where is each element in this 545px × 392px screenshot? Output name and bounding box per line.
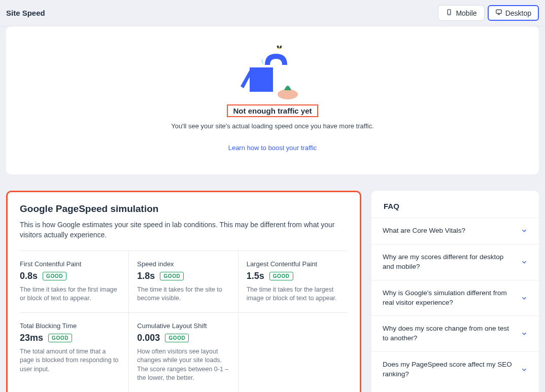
- metric-cls: Cumulative Layout Shift 0.003 GOOD How o…: [129, 313, 238, 392]
- metrics-grid: First Contentful Paint 0.8s GOOD The tim…: [20, 251, 348, 392]
- empty-subtext: You'll see your site's actual loading sp…: [16, 122, 529, 130]
- metric-empty: [239, 313, 348, 392]
- metric-label: Speed index: [137, 260, 229, 268]
- desktop-toggle-label: Desktop: [505, 9, 531, 17]
- status-badge: GOOD: [43, 272, 66, 280]
- desktop-icon: [495, 9, 502, 17]
- empty-heading: Not enough traffic yet: [233, 106, 312, 115]
- faq-question: Why does my score change from one test t…: [383, 324, 516, 343]
- faq-item[interactable]: Why is Google's simulation different fro…: [371, 280, 539, 316]
- metric-label: Total Blocking Time: [20, 322, 120, 330]
- metric-speed-index: Speed index 1.8s GOOD The time it takes …: [129, 251, 238, 313]
- faq-item[interactable]: Does my PageSpeed score affect my SEO ra…: [371, 351, 539, 387]
- svg-point-5: [278, 89, 298, 99]
- metric-value: 23ms: [20, 333, 43, 343]
- status-badge: GOOD: [160, 272, 184, 280]
- metric-value: 1.8s: [137, 271, 155, 281]
- desktop-toggle-button[interactable]: Desktop: [488, 5, 539, 21]
- faq-question: Why is Google's simulation different fro…: [383, 289, 516, 308]
- pagespeed-simulation-card: Google PageSpeed simulation This is how …: [6, 191, 361, 392]
- metric-description: The time it takes for the first image or…: [20, 286, 120, 303]
- faq-question: Does my PageSpeed score affect my SEO ra…: [383, 360, 516, 379]
- status-badge: GOOD: [165, 334, 189, 342]
- empty-heading-highlight: Not enough traffic yet: [227, 104, 318, 117]
- metric-label: Cumulative Layout Shift: [137, 322, 229, 330]
- metric-tbt: Total Blocking Time 23ms GOOD The total …: [20, 313, 129, 392]
- chevron-down-icon: [521, 259, 528, 266]
- faq-item[interactable]: Why are my scores different for desktop …: [371, 244, 539, 280]
- status-badge: GOOD: [48, 334, 72, 342]
- page-header: Site Speed Mobile Desktop: [0, 0, 545, 26]
- metric-lcp: Largest Contentful Paint 1.5s GOOD The t…: [239, 251, 348, 313]
- boost-traffic-link[interactable]: Learn how to boost your traffic: [228, 144, 317, 152]
- faq-item[interactable]: Why does my score change from one test t…: [371, 315, 539, 351]
- faq-question: Why are my scores different for desktop …: [383, 253, 516, 272]
- svg-rect-2: [496, 10, 501, 13]
- metric-value: 0.8s: [20, 271, 38, 281]
- mobile-toggle-button[interactable]: Mobile: [438, 5, 484, 21]
- chevron-down-icon: [521, 295, 528, 302]
- chevron-down-icon: [521, 330, 528, 337]
- faq-card: FAQ What are Core Web Vitals? Why are my…: [371, 191, 539, 392]
- svg-rect-6: [250, 67, 273, 92]
- status-badge: GOOD: [269, 272, 293, 280]
- simulation-description: This is how Google estimates your site s…: [20, 220, 348, 240]
- page-title: Site Speed: [6, 9, 45, 17]
- svg-rect-9: [280, 46, 282, 49]
- metric-description: How often visitors see layout changes wh…: [137, 347, 229, 383]
- metric-description: The total amount of time that a page is …: [20, 347, 120, 374]
- metric-label: First Contentful Paint: [20, 260, 120, 268]
- faq-title: FAQ: [371, 202, 539, 218]
- mobile-toggle-label: Mobile: [456, 9, 476, 17]
- chevron-down-icon: [521, 227, 528, 234]
- metric-label: Largest Contentful Paint: [247, 260, 339, 268]
- metric-value: 0.003: [137, 333, 160, 343]
- faq-question: What are Core Web Vitals?: [383, 226, 465, 236]
- mobile-icon: [446, 9, 453, 17]
- device-toggle: Mobile Desktop: [438, 5, 539, 21]
- metric-value: 1.5s: [247, 271, 264, 281]
- faq-item[interactable]: What are Core Web Vitals?: [371, 218, 539, 244]
- metric-description: The time it takes for the site to become…: [137, 286, 229, 303]
- empty-state-card: Not enough traffic yet You'll see your s…: [6, 26, 539, 174]
- metric-fcp: First Contentful Paint 0.8s GOOD The tim…: [20, 251, 129, 313]
- watering-can-illustration: [240, 45, 305, 100]
- metric-description: The time it takes for the largest image …: [247, 286, 339, 303]
- simulation-title: Google PageSpeed simulation: [20, 203, 348, 215]
- chevron-down-icon: [521, 366, 528, 373]
- svg-rect-8: [277, 45, 279, 48]
